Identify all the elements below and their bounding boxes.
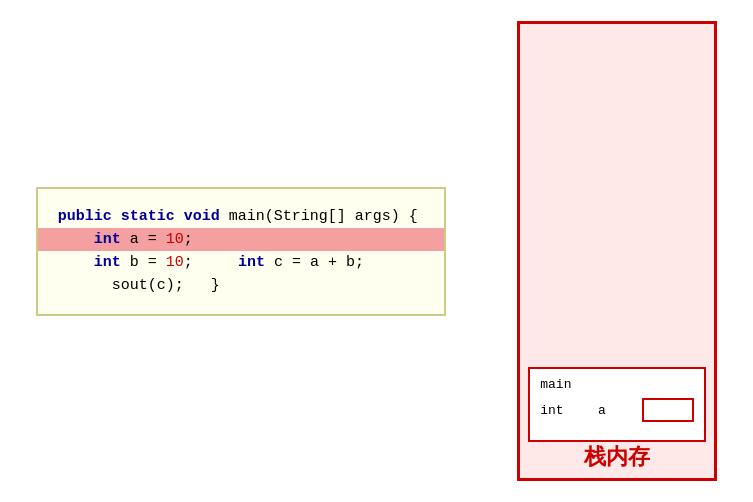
stack-memory-label: 栈内存 bbox=[520, 442, 714, 472]
left-panel: public static void main(String[] args) {… bbox=[21, 187, 461, 316]
frame-title: main bbox=[540, 377, 694, 392]
code-block: public static void main(String[] args) {… bbox=[36, 187, 446, 316]
code-line-7 bbox=[193, 277, 202, 294]
frame-var-name: a bbox=[598, 403, 606, 418]
code-line-8: } bbox=[211, 277, 220, 294]
code-line-5 bbox=[58, 277, 67, 294]
frame-value-box bbox=[642, 398, 694, 422]
code-line-2-highlighted: int a = 10; bbox=[38, 228, 444, 251]
code-line-3: int b = 10; bbox=[58, 254, 193, 271]
stack-outer: main int a 栈内存 bbox=[517, 21, 717, 481]
frame-row: int a bbox=[540, 398, 694, 422]
stack-frame-main: main int a bbox=[528, 367, 706, 442]
code-line-4: int c = a + b; bbox=[202, 254, 364, 271]
code-line-6: sout(c); bbox=[76, 277, 184, 294]
right-panel: main int a 栈内存 bbox=[502, 21, 732, 481]
code-line-1: public static void main(String[] args) { bbox=[58, 208, 418, 225]
frame-var-type: int bbox=[540, 403, 563, 418]
